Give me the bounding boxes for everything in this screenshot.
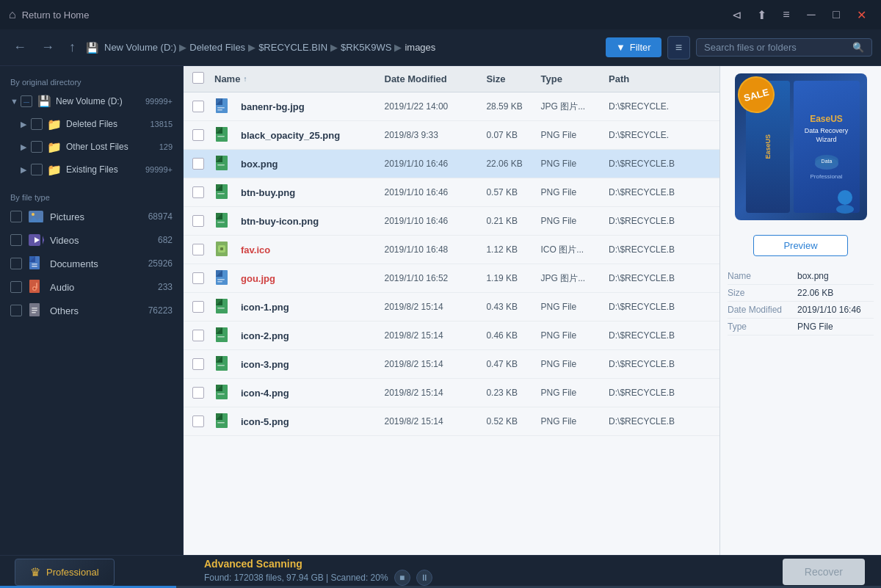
table-row[interactable]: black_opacity_25.png 2019/8/3 9:33 0.07 …	[184, 121, 719, 150]
header-check[interactable]	[192, 72, 214, 86]
crown-icon: ♛	[30, 565, 40, 579]
row-date-8: 2019/8/2 15:14	[385, 330, 487, 341]
existing-checkbox[interactable]	[31, 164, 43, 175]
row-date-11: 2019/8/2 15:14	[385, 416, 487, 427]
preview-button[interactable]: Preview	[753, 235, 847, 256]
file-name-7: icon-1.png	[241, 302, 289, 313]
table-row[interactable]: icon-4.png 2019/8/2 15:14 0.23 KB PNG Fi…	[184, 379, 719, 407]
others-checkbox[interactable]	[10, 305, 22, 316]
file-icon-9	[214, 355, 232, 373]
row-check-8[interactable]	[192, 330, 214, 341]
table-row[interactable]: icon-3.png 2019/8/2 15:14 0.47 KB PNG Fi…	[184, 350, 719, 379]
col-size-header[interactable]: Size	[486, 73, 540, 84]
row-check-4[interactable]	[192, 215, 214, 227]
col-date-header[interactable]: Date Modified	[385, 73, 487, 84]
back-button[interactable]: ←	[9, 37, 31, 58]
row-check-7[interactable]	[192, 301, 214, 313]
row-checkbox-6[interactable]	[192, 272, 204, 284]
table-row[interactable]: icon-2.png 2019/8/2 15:14 0.46 KB PNG Fi…	[184, 322, 719, 350]
row-checkbox-8[interactable]	[192, 330, 204, 341]
deleted-checkbox[interactable]	[31, 118, 43, 130]
sort-asc-icon: ↑	[243, 75, 247, 83]
view-menu-button[interactable]: ≡	[667, 36, 690, 59]
search-input[interactable]	[704, 42, 848, 53]
table-row[interactable]: box.png 2019/1/10 16:46 22.06 KB PNG Fil…	[184, 150, 719, 178]
maximize-button[interactable]: □	[825, 4, 847, 26]
file-type-pictures[interactable]: Pictures 68974	[0, 205, 183, 228]
professional-button[interactable]: ♛ Professional	[15, 559, 115, 586]
table-row[interactable]: icon-5.png 2019/8/2 15:14 0.52 KB PNG Fi…	[184, 407, 719, 436]
breadcrumb-item-2[interactable]: $RECYCLE.BIN	[258, 42, 327, 53]
row-check-10[interactable]	[192, 387, 214, 399]
row-path-0: D:\$RECYCLE.	[609, 101, 711, 112]
table-row[interactable]: fav.ico 2019/1/10 16:48 1.12 KB ICO 图片..…	[184, 236, 719, 264]
row-check-2[interactable]	[192, 158, 214, 170]
upload-button[interactable]: ⬆	[750, 4, 772, 26]
tree-item-volume[interactable]: ▼ — 💾 New Volume (D:) 99999+	[3, 90, 180, 112]
videos-checkbox[interactable]	[10, 234, 22, 246]
row-checkbox-3[interactable]	[192, 186, 204, 198]
row-check-9[interactable]	[192, 358, 214, 370]
file-name-11: icon-5.png	[241, 416, 289, 427]
col-type-header[interactable]: Type	[540, 73, 609, 84]
row-check-5[interactable]	[192, 244, 214, 255]
file-type-audio[interactable]: Audio 233	[0, 275, 183, 299]
pause-button[interactable]: ⏸	[416, 570, 432, 586]
share-button[interactable]: ⊲	[725, 4, 747, 26]
row-checkbox-4[interactable]	[192, 215, 204, 227]
row-check-1[interactable]	[192, 129, 214, 141]
file-type-documents[interactable]: Documents 25926	[0, 252, 183, 275]
row-checkbox-5[interactable]	[192, 244, 204, 255]
file-type-others[interactable]: Others 76223	[0, 299, 183, 322]
table-row[interactable]: banenr-bg.jpg 2019/1/22 14:00 28.59 KB J…	[184, 92, 719, 121]
tree-item-other-lost[interactable]: ▶ 📁 Other Lost Files 129	[3, 136, 180, 158]
row-check-0[interactable]	[192, 101, 214, 112]
volume-checkbox[interactable]: —	[21, 95, 32, 107]
row-check-3[interactable]	[192, 186, 214, 198]
other-lost-checkbox[interactable]	[31, 141, 43, 153]
svg-rect-22	[217, 107, 225, 109]
row-checkbox-10[interactable]	[192, 387, 204, 399]
recover-button[interactable]: Recover	[783, 559, 865, 585]
close-button[interactable]: ✕	[850, 4, 872, 26]
existing-label: Existing Files	[66, 164, 142, 175]
filter-label: Filter	[630, 42, 651, 53]
file-name-4: btn-buy-icon.png	[241, 216, 319, 227]
row-checkbox-7[interactable]	[192, 301, 204, 313]
table-row[interactable]: gou.jpg 2019/1/10 16:52 1.19 KB JPG 图片..…	[184, 264, 719, 293]
row-check-6[interactable]	[192, 272, 214, 284]
up-button[interactable]: ↑	[65, 37, 80, 58]
filter-button[interactable]: ▼ Filter	[606, 37, 661, 57]
file-type-videos[interactable]: Videos 682	[0, 228, 183, 252]
row-size-8: 0.46 KB	[486, 330, 540, 341]
minimize-button[interactable]: ─	[800, 4, 822, 26]
table-row[interactable]: btn-buy.png 2019/1/10 16:46 0.57 KB PNG …	[184, 178, 719, 207]
breadcrumb-item-3[interactable]: $RK5K9WS	[341, 42, 391, 53]
breadcrumb-item-4[interactable]: images	[405, 42, 435, 53]
row-checkbox-11[interactable]	[192, 415, 204, 427]
stop-button[interactable]: ■	[394, 570, 410, 586]
breadcrumb-item-1[interactable]: Deleted Files	[189, 42, 245, 53]
col-path-header[interactable]: Path	[609, 73, 711, 84]
documents-checkbox[interactable]	[10, 258, 22, 269]
row-checkbox-1[interactable]	[192, 129, 204, 141]
col-name-header[interactable]: Name ↑	[214, 73, 385, 84]
audio-checkbox[interactable]	[10, 281, 22, 293]
row-checkbox-0[interactable]	[192, 101, 204, 112]
file-name-10: icon-4.png	[241, 388, 289, 399]
file-icon-5	[214, 241, 232, 258]
pictures-checkbox[interactable]	[10, 211, 22, 222]
tree-item-existing[interactable]: ▶ 📁 Existing Files 99999+	[3, 159, 180, 181]
pictures-icon	[28, 208, 44, 225]
row-checkbox-9[interactable]	[192, 358, 204, 370]
breadcrumb-item-0[interactable]: New Volume (D:)	[104, 42, 176, 53]
tree-item-deleted[interactable]: ▶ 📁 Deleted Files 13815	[3, 113, 180, 135]
row-checkbox-2[interactable]	[192, 158, 204, 170]
table-row[interactable]: icon-1.png 2019/8/2 15:14 0.43 KB PNG Fi…	[184, 293, 719, 322]
videos-count: 682	[158, 235, 173, 245]
row-check-11[interactable]	[192, 415, 214, 427]
table-row[interactable]: btn-buy-icon.png 2019/1/10 16:46 0.21 KB…	[184, 207, 719, 236]
forward-button[interactable]: →	[37, 37, 59, 58]
menu-button[interactable]: ≡	[775, 4, 797, 26]
row-name-col-6: gou.jpg	[214, 269, 385, 287]
